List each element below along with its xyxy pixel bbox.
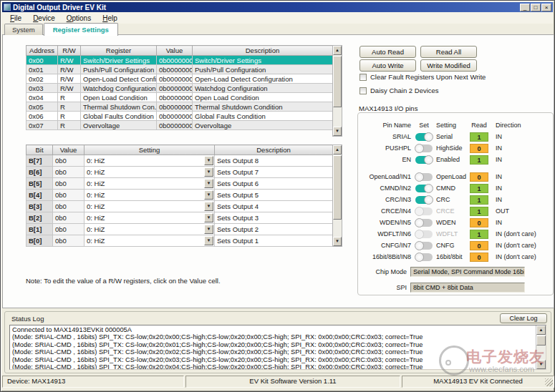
toggle-switch[interactable]: [415, 173, 433, 181]
status-log-box[interactable]: Connected to MAX14913EVKit 000005A(Mode:…: [9, 325, 546, 370]
register-row[interactable]: 0x02R/WOpen-Load Detect Confi...0b000000…: [26, 74, 333, 84]
log-scrollbar[interactable]: ▲ ▼: [536, 325, 546, 369]
menu-options[interactable]: Options: [61, 14, 97, 23]
tab-register-settings[interactable]: Register Settings: [44, 23, 118, 36]
dropdown-arrow-icon[interactable]: ▼: [204, 213, 213, 222]
register-cell[interactable]: 0b00000000: [157, 84, 193, 93]
pin-setting-label: WDFLT: [436, 230, 470, 237]
toggle-switch[interactable]: [415, 253, 433, 261]
toggle-switch[interactable]: [415, 242, 433, 250]
minimize-icon[interactable]: _: [520, 4, 530, 11]
register-cell[interactable]: 0b00000000: [157, 121, 193, 130]
checkbox-icon[interactable]: [359, 74, 367, 81]
tab-system[interactable]: System: [4, 24, 43, 35]
tab-strip: SystemRegister Settings: [4, 24, 119, 35]
setting-dropdown[interactable]: 0: HiZ▼: [85, 167, 214, 177]
read-indicator: 1: [470, 195, 488, 205]
bit-table-scrollbar[interactable]: ▲ ▼: [332, 144, 342, 247]
setting-dropdown[interactable]: 0: HiZ▼: [85, 155, 214, 166]
setting-value: 0: HiZ: [85, 225, 105, 233]
register-cell[interactable]: 0b00000000: [157, 112, 193, 121]
dropdown-arrow-icon[interactable]: ▼: [204, 190, 213, 200]
dropdown-arrow-icon[interactable]: ▼: [204, 202, 213, 211]
scroll-down-icon[interactable]: ▼: [333, 237, 342, 246]
toggle-knob: [424, 132, 433, 142]
scroll-up-icon[interactable]: ▲: [536, 325, 546, 335]
auto-write-button[interactable]: Auto Write: [359, 59, 416, 72]
daisy-chain-checkbox-row[interactable]: Daisy Chain 2 Devices: [359, 87, 439, 94]
dropdown-arrow-icon[interactable]: ▼: [204, 167, 213, 177]
setting-dropdown[interactable]: 0: HiZ▼: [85, 224, 214, 235]
spi-label: SPI: [365, 284, 407, 291]
setting-dropdown[interactable]: 0: HiZ▼: [85, 190, 214, 200]
register-cell[interactable]: 0b00000000: [157, 65, 193, 74]
checkbox-icon[interactable]: [359, 87, 367, 94]
register-cell: 0x05: [26, 102, 58, 112]
read-all-button[interactable]: Read All: [420, 46, 477, 58]
register-cell[interactable]: 0b00000000: [157, 93, 193, 102]
register-row[interactable]: 0x05RThermal Shutdown Con...0b00000000Th…: [26, 102, 333, 112]
bit-row: B[6]0b00: HiZ▼Sets Output 7: [26, 167, 333, 178]
scrollbar-thumb[interactable]: [536, 335, 546, 346]
col-bit-value: Value: [53, 145, 85, 155]
pin-name-label: 16bit/8Bit/IN8: [365, 253, 411, 260]
write-modified-button[interactable]: Write Modified: [420, 59, 477, 72]
dropdown-arrow-icon[interactable]: ▼: [204, 225, 213, 234]
register-cell[interactable]: 0b00000000: [157, 56, 193, 65]
dropdown-arrow-icon[interactable]: ▼: [204, 236, 213, 245]
pin-name-label: SRIAL: [365, 133, 411, 140]
read-indicator: 0: [470, 218, 488, 227]
register-cell: Global Faults Condition: [81, 112, 157, 121]
scrollbar-thumb[interactable]: [333, 155, 342, 220]
io-pin-row: ENEnabled1IN: [358, 154, 553, 165]
register-cell[interactable]: 0b00000000: [157, 74, 193, 84]
read-indicator: 0: [470, 241, 488, 250]
menu-help[interactable]: Help: [97, 14, 123, 23]
resize-grip[interactable]: [545, 378, 553, 386]
pin-direction-label: IN (don't care): [496, 230, 536, 237]
dropdown-arrow-icon[interactable]: ▼: [204, 179, 213, 188]
dropdown-arrow-icon[interactable]: ▼: [204, 156, 213, 165]
scroll-down-icon[interactable]: ▼: [536, 360, 546, 369]
toggle-switch[interactable]: [415, 196, 433, 204]
register-row[interactable]: 0x06RGlobal Faults Condition0b00000000Gl…: [26, 112, 333, 121]
bit-value: 0b0: [53, 224, 85, 235]
setting-dropdown[interactable]: 0: HiZ▼: [85, 212, 214, 223]
register-row[interactable]: 0x03R/WWatchdog Configuration0b00000000W…: [26, 84, 333, 93]
setting-dropdown[interactable]: 0: HiZ▼: [85, 178, 214, 189]
pin-name-label: OpenLoad/IN1: [365, 173, 411, 180]
register-row[interactable]: 0x01R/WPush/Pull Configuration0b00000000…: [26, 65, 333, 74]
close-icon[interactable]: ×: [541, 4, 551, 11]
pin-name-label: EN: [365, 156, 411, 163]
pin-name-label: CRC/IN3: [365, 196, 411, 203]
scrollbar-thumb[interactable]: [333, 56, 342, 107]
toggle-switch[interactable]: [415, 219, 433, 227]
clear-log-button[interactable]: Clear Log: [500, 313, 547, 323]
scroll-down-icon[interactable]: ▼: [333, 127, 342, 136]
setting-cell: 0: HiZ▼: [85, 224, 215, 235]
checkbox-label: Clear Fault Registers Upon Next Write: [370, 73, 486, 81]
auto-read-button[interactable]: Auto Read: [359, 46, 416, 58]
menu-device[interactable]: Device: [27, 14, 61, 23]
menu-file[interactable]: File: [4, 14, 27, 23]
register-cell[interactable]: 0b00000000: [157, 102, 193, 112]
toggle-switch[interactable]: [415, 133, 433, 141]
io-pin-row: CNFG/IN7CNFG0IN (don't care): [358, 240, 553, 251]
register-row[interactable]: 0x07ROvervoltage0b00000000Overvoltage: [26, 121, 333, 130]
setting-dropdown[interactable]: 0: HiZ▼: [85, 201, 214, 212]
scroll-up-icon[interactable]: ▲: [333, 145, 342, 155]
pin-setting-label: 16bit/8bit: [436, 253, 470, 260]
toggle-switch[interactable]: [415, 185, 433, 192]
bit-description: Sets Output 6: [215, 178, 333, 190]
window-title: Digital Output Driver EV Kit: [13, 4, 519, 11]
scroll-up-icon[interactable]: ▲: [333, 46, 342, 55]
register-row[interactable]: 0x00R/WSwitch/Driver Settings0b00000000S…: [26, 56, 333, 65]
pin-name-label: PUSHPL: [365, 144, 411, 152]
maximize-icon[interactable]: □: [531, 4, 541, 11]
register-table-scrollbar[interactable]: ▲ ▼: [332, 45, 342, 137]
clear-fault-checkbox-row[interactable]: Clear Fault Registers Upon Next Write: [359, 73, 486, 81]
setting-dropdown[interactable]: 0: HiZ▼: [85, 235, 214, 246]
toggle-switch[interactable]: [415, 144, 433, 152]
toggle-switch[interactable]: [415, 156, 433, 164]
register-row[interactable]: 0x04ROpen Load Condition0b00000000Open L…: [26, 93, 333, 102]
